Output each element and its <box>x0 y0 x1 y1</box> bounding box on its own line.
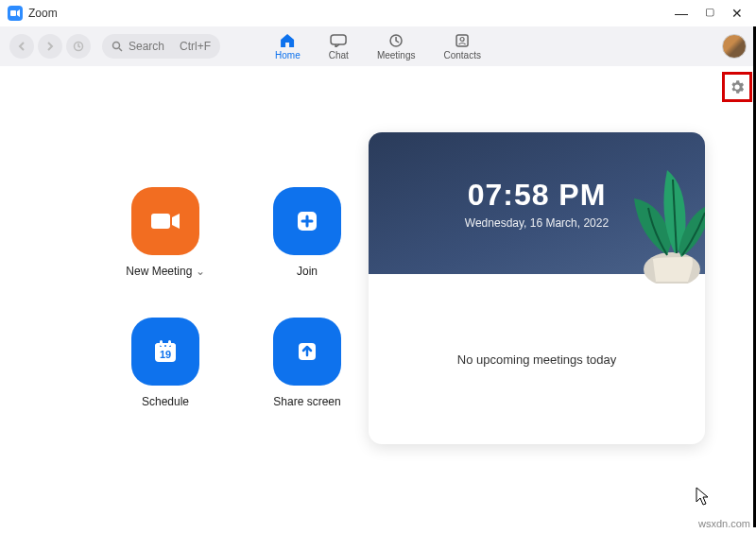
share-screen-button[interactable]: Share screen <box>236 318 378 431</box>
tab-meetings[interactable]: Meetings <box>377 33 416 60</box>
meetings-card: 07:58 PM Wednesday, 16 March, 2022 No up… <box>369 132 705 444</box>
tab-home[interactable]: Home <box>275 33 301 60</box>
nav-forward-button[interactable] <box>38 34 62 59</box>
video-icon <box>131 187 199 255</box>
gear-icon <box>729 78 746 95</box>
titlebar: Zoom — ▢ ✕ <box>0 0 756 26</box>
card-body: No upcoming meetings today <box>369 274 705 444</box>
zoom-logo-icon <box>8 6 23 21</box>
window-title: Zoom <box>28 7 58 20</box>
svg-point-2 <box>113 43 120 49</box>
svg-text:19: 19 <box>160 349 171 360</box>
maximize-button[interactable]: ▢ <box>705 6 714 21</box>
window-controls: — ▢ ✕ <box>675 6 748 21</box>
nav-back-button[interactable] <box>9 34 34 59</box>
card-header: 07:58 PM Wednesday, 16 March, 2022 <box>369 132 705 274</box>
svg-rect-4 <box>331 35 346 44</box>
nav-history-button[interactable] <box>66 34 91 59</box>
mouse-cursor-icon <box>696 487 711 510</box>
avatar[interactable] <box>722 34 747 59</box>
search-label: Search <box>129 40 164 53</box>
action-grid: New Meeting Join 19 Schedule Share scree… <box>94 187 378 431</box>
svg-line-3 <box>119 48 122 51</box>
svg-rect-16 <box>160 340 163 346</box>
settings-button[interactable] <box>726 76 748 98</box>
new-meeting-label: New Meeting <box>126 265 204 278</box>
clock-time: 07:58 PM <box>468 178 607 213</box>
no-meetings-text: No upcoming meetings today <box>457 352 616 367</box>
search-input[interactable]: Search Ctrl+F <box>102 34 220 59</box>
share-icon <box>273 318 341 386</box>
chat-icon <box>329 33 348 48</box>
join-label: Join <box>297 265 318 278</box>
svg-rect-0 <box>10 10 16 16</box>
search-shortcut: Ctrl+F <box>180 40 211 53</box>
svg-rect-8 <box>151 214 170 229</box>
plus-icon <box>273 187 341 255</box>
new-meeting-button[interactable]: New Meeting <box>94 187 236 301</box>
schedule-label: Schedule <box>142 395 189 408</box>
content-area: New Meeting Join 19 Schedule Share scree… <box>0 66 756 533</box>
tab-contacts[interactable]: Contacts <box>443 33 480 60</box>
share-screen-label: Share screen <box>273 395 340 408</box>
svg-point-13 <box>164 345 166 347</box>
calendar-icon: 19 <box>131 318 199 386</box>
svg-rect-17 <box>168 340 171 346</box>
tab-chat[interactable]: Chat <box>329 33 349 60</box>
schedule-button[interactable]: 19 Schedule <box>94 318 236 431</box>
minimize-button[interactable]: — <box>675 6 688 21</box>
watermark: wsxdn.com <box>698 518 750 529</box>
search-icon <box>112 41 123 52</box>
clock-date: Wednesday, 16 March, 2022 <box>465 216 609 230</box>
plant-illustration <box>601 151 705 284</box>
toolbar: Search Ctrl+F Home Chat Meetings Conta <box>0 26 756 66</box>
close-button[interactable]: ✕ <box>731 6 743 21</box>
contacts-icon <box>453 33 472 48</box>
join-button[interactable]: Join <box>236 187 378 301</box>
svg-point-7 <box>460 37 464 41</box>
clock-icon <box>387 33 405 48</box>
home-icon <box>278 33 297 48</box>
main-tabs: Home Chat Meetings Contacts <box>275 26 481 66</box>
